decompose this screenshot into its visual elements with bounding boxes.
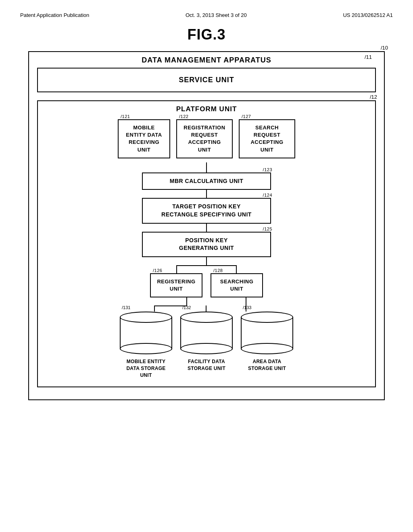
pos-key-label: POSITION KEYGENERATING UNIT [179, 237, 234, 251]
split-left-v [176, 265, 177, 273]
pos-key-row: /125 POSITION KEYGENERATING UNIT [44, 232, 369, 257]
header-left: Patent Application Publication [20, 12, 89, 18]
header-center: Oct. 3, 2013 Sheet 3 of 20 [186, 12, 247, 18]
split-right-v [236, 265, 237, 273]
page-header: Patent Application Publication Oct. 3, 2… [20, 12, 393, 18]
databases-row: /131 MOBILE ENTITYDATA STORAGEUNIT /132 [44, 312, 369, 378]
target-pos-ref: /124 [263, 192, 272, 198]
platform-unit-box: /12 PLATFORM UNIT /121 MOBILEENTITY DATA… [37, 100, 376, 387]
mobile-entity-ref: /121 [121, 114, 130, 120]
mbr-row: /123 MBR CALCULATING UNIT [44, 172, 369, 190]
mbr-label: MBR CALCULATING UNIT [170, 178, 243, 184]
target-pos-label: TARGET POSITION KEYRECTANGLE SPECIFYING … [161, 203, 252, 218]
connector-area-2 [44, 190, 369, 198]
facility-db-container: /132 FACILITY DATASTORAGE UNIT [180, 312, 233, 372]
facility-db-label: FACILITY DATASTORAGE UNIT [188, 358, 225, 372]
mobile-entity-cylinder [120, 312, 172, 349]
service-unit-label: SERVICE UNIT [179, 76, 234, 84]
cylinder-bottom-3 [241, 343, 293, 354]
registering-box: /126 REGISTERINGUNIT [150, 273, 202, 297]
area-db-label: AREA DATASTORAGE UNIT [248, 358, 286, 372]
searching-label: SEARCHINGUNIT [220, 278, 254, 292]
mobile-entity-label: MOBILEENTITY DATARECEIVING UNIT [126, 125, 162, 153]
area-db-container: /133 AREA DATASTORAGE UNIT [241, 312, 293, 372]
connector-line-3 [206, 224, 207, 232]
cylinder-bottom-2 [180, 343, 233, 354]
cylinder-top-2 [180, 312, 233, 323]
search-request-ref: /127 [242, 114, 251, 120]
split-h-line [176, 265, 237, 266]
search-request-label: SEARCHREQUESTACCEPTING UNIT [250, 125, 283, 153]
dma-label: DATA MANAGEMENT APPARATUS [37, 56, 376, 64]
registration-label: REGISTRATIONREQUESTACCEPTING UNIT [184, 125, 225, 153]
target-pos-box: /124 TARGET POSITION KEYRECTANGLE SPECIF… [142, 198, 271, 223]
registration-request-box: /122 REGISTRATIONREQUESTACCEPTING UNIT [176, 119, 233, 158]
cylinder-bottom-1 [120, 343, 172, 354]
cylinder-top-3 [241, 312, 293, 323]
platform-unit-label: PLATFORM UNIT [44, 105, 369, 113]
page: Patent Application Publication Oct. 3, 2… [0, 0, 413, 532]
split-v-line [206, 257, 207, 265]
mobile-entity-db-container: /131 MOBILE ENTITYDATA STORAGEUNIT [120, 312, 172, 378]
figure-title: FIG.3 [20, 26, 393, 43]
service-unit-box: SERVICE UNIT [37, 68, 376, 92]
platform-ref-label: /12 [370, 94, 377, 100]
header-right: US 2013/0262512 A1 [343, 12, 393, 18]
facility-cylinder [180, 312, 233, 349]
area-db-ref: /133 [243, 305, 251, 310]
mbr-ref: /123 [263, 167, 272, 173]
connector-line-2 [206, 190, 207, 198]
dma-ref-label: /11 [365, 54, 372, 60]
search-request-box: /127 SEARCHREQUESTACCEPTING UNIT [239, 119, 295, 158]
pos-key-ref: /125 [263, 226, 272, 232]
connector-area-1 [44, 162, 369, 172]
mobile-entity-box: /121 MOBILEENTITY DATARECEIVING UNIT [118, 119, 170, 158]
db-mobile-v [154, 305, 155, 312]
registering-label: REGISTERINGUNIT [157, 278, 195, 292]
searching-ref: /128 [213, 268, 223, 274]
outer-container: /10 DATA MANAGEMENT APPARATUS /11 SERVIC… [28, 51, 385, 400]
registration-ref: /122 [179, 114, 188, 120]
connector-area-3 [44, 224, 369, 232]
top-row: /121 MOBILEENTITY DATARECEIVING UNIT /12… [44, 119, 369, 158]
db-reg-v [186, 297, 187, 305]
connector-line-1 [206, 162, 207, 172]
facility-db-ref: /132 [182, 305, 191, 310]
target-pos-row: /124 TARGET POSITION KEYRECTANGLE SPECIF… [44, 198, 369, 223]
mbr-box: /123 MBR CALCULATING UNIT [142, 172, 271, 190]
cylinder-top-1 [120, 312, 172, 323]
mobile-db-ref: /131 [122, 305, 130, 310]
db-facility-v [206, 305, 206, 312]
bottom-two-row: /126 REGISTERINGUNIT /128 SEARCHINGUNIT [44, 273, 369, 297]
registering-ref: /126 [153, 268, 162, 274]
searching-box: /128 SEARCHINGUNIT [211, 273, 263, 297]
mobile-entity-db-label: MOBILE ENTITYDATA STORAGEUNIT [126, 358, 165, 378]
area-cylinder [241, 312, 293, 349]
db-connector-area [122, 297, 291, 312]
pos-key-box: /125 POSITION KEYGENERATING UNIT [142, 232, 271, 257]
outer-ref-label: /10 [381, 45, 388, 51]
